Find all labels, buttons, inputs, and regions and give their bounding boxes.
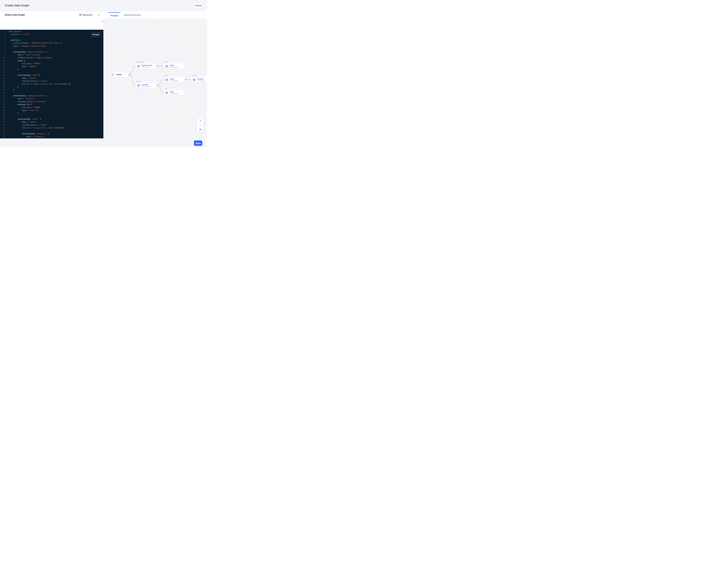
entity-title-link[interactable]: Cards xyxy=(170,65,178,66)
graph-canvas[interactable]: Profile Email AccountEmail Accounts1 dat… xyxy=(104,19,207,139)
code-line: 26 external_id { xyxy=(0,103,103,106)
page-title: Create Data Graph xyxy=(5,4,29,7)
entity-header: Email Account xyxy=(136,61,157,63)
code-line: 32 name = "Order" xyxy=(0,121,103,123)
entity-title-link[interactable]: Cards xyxy=(170,91,178,93)
entity-title-link[interactable]: Email Accounts xyxy=(142,65,152,66)
entity-consumer-count: 1 data consumer xyxy=(197,80,205,81)
collapse-panel-button[interactable]: « xyxy=(96,13,101,17)
entity-node-card-top[interactable]: CardCards1 data consumer xyxy=(164,61,185,69)
code-line: 37 name = "Products" xyxy=(0,135,103,138)
code-line: 5 profile_folder = "ENTITIES.ENTITY_E2E_… xyxy=(0,42,103,44)
profile-icon-tile xyxy=(110,72,115,77)
entity-node-email-account[interactable]: Email AccountEmail Accounts1 data consum… xyxy=(136,61,157,69)
code-editor[interactable]: 1data_graph {2 version = "v1.0.0"34 prof… xyxy=(0,30,103,147)
top-header: Create Data Graph Cancel xyxy=(0,0,207,11)
entity-header: Product xyxy=(191,75,207,77)
entity-title-link[interactable]: Accounts xyxy=(142,84,150,86)
zoom-in-button[interactable] xyxy=(199,120,202,123)
edge-account-to-order xyxy=(157,80,164,85)
code-line: 23 relationship "owned-accounts" { xyxy=(0,94,103,97)
code-line: 18 related_entity = "cards" xyxy=(0,80,103,83)
code-line: 25 related_entity = "accounts" xyxy=(0,100,103,103)
code-line: 28 type = "user_id" xyxy=(0,109,103,112)
code-line: 6 type = "segment:unmaterialized" xyxy=(0,45,103,47)
zoom-out-button[interactable] xyxy=(199,124,202,127)
code-line: 22 xyxy=(0,91,103,94)
code-line: 3 xyxy=(0,36,103,39)
left-subheader: Define Data Graph Resources « xyxy=(0,11,104,19)
profile-node[interactable]: Profile xyxy=(109,72,129,78)
table-icon xyxy=(165,91,169,94)
code-line: 13 name = "EMAIL" xyxy=(0,65,103,68)
entity-node-order[interactable]: OrderOrders1 data consumers xyxy=(164,75,185,83)
code-line: 15 xyxy=(0,71,103,74)
entity-consumer-count: 1 data consumers xyxy=(170,80,178,81)
resources-label: Resources xyxy=(83,14,93,16)
code-line: 16 relationship "card" { xyxy=(0,74,103,77)
entity-title-link[interactable]: Orders xyxy=(170,78,178,80)
entity-node-card-bottom[interactable]: CardCards1 data consumers xyxy=(164,87,185,96)
code-line: 20 } xyxy=(0,86,103,88)
code-line: 12 join_key = "EMAIL" xyxy=(0,62,103,65)
code-line: 14 } xyxy=(0,68,103,71)
save-button[interactable]: Save xyxy=(194,141,202,146)
create-data-graph-page: Create Data Graph Cancel Define Data Gra… xyxy=(0,0,207,147)
edge-profile-to-email-account xyxy=(129,66,136,75)
entity-node-account[interactable]: AccountAccounts2 data consumers xyxy=(136,80,157,88)
preview-panel: Preview Warehouse access Profile Email A… xyxy=(104,11,207,139)
table-icon xyxy=(192,78,196,82)
profile-node-label: Profile xyxy=(116,74,122,76)
connection-arrow xyxy=(186,79,186,80)
connection-arrow xyxy=(157,66,158,66)
format-button[interactable]: Format xyxy=(91,32,101,37)
code-line: 11 trait { xyxy=(0,59,103,62)
entity-header: Account xyxy=(136,80,157,83)
code-line: 17 name = "Card" xyxy=(0,77,103,80)
book-icon xyxy=(79,14,82,16)
code-line: 29 } xyxy=(0,112,103,115)
code-line: 33 related_entity = "order" xyxy=(0,124,103,126)
code-line: 7 xyxy=(0,47,103,50)
code-line: 24 name = "Account" xyxy=(0,97,103,100)
entity-consumer-count: 1 data consumers xyxy=(142,66,152,68)
tab-strip: Preview Warehouse access xyxy=(104,11,207,19)
code-line: 4 profile { xyxy=(0,39,103,42)
code-line: 19 join_on = "email-account.ID = card.AC… xyxy=(0,83,103,85)
table-icon xyxy=(165,78,169,82)
code-line: 10 related_entity = "email-account" xyxy=(0,56,103,59)
entity-title-link[interactable]: Products xyxy=(197,78,205,80)
edge-account-to-card-bottom xyxy=(157,85,164,93)
table-icon xyxy=(137,64,140,68)
edge-profile-to-account xyxy=(129,75,136,85)
code-line: 34 join_on = "account.ID = order.ACCOUNT… xyxy=(0,126,103,129)
divider-drag-handle[interactable] xyxy=(101,21,103,22)
cancel-button[interactable]: Cancel xyxy=(194,3,202,8)
entity-consumer-count: 1 data consumer xyxy=(170,66,178,68)
code-line: 36 relationship "products" { xyxy=(0,132,103,135)
fit-view-button[interactable] xyxy=(199,128,202,131)
entity-header: Order xyxy=(164,75,185,77)
code-line: 2 version = "v1.0.0" xyxy=(0,33,103,36)
entity-consumer-count: 2 data consumers xyxy=(142,86,150,87)
connection-arrow xyxy=(157,85,158,86)
code-line: 8 relationship "email-accounts" { xyxy=(0,50,103,54)
entity-node-product[interactable]: ProductProducts1 data consumer xyxy=(191,75,207,83)
code-line: 31 relationship "order" { xyxy=(0,118,103,121)
code-lines: 1data_graph {2 version = "v1.0.0"34 prof… xyxy=(0,30,103,147)
define-data-graph-panel: Define Data Graph Resources « 1data_grap… xyxy=(0,11,104,139)
code-line: 9 name = "Email Account" xyxy=(0,54,103,56)
resources-button[interactable]: Resources xyxy=(77,13,94,17)
code-line: 1data_graph { xyxy=(0,30,103,33)
panel-title: Define Data Graph xyxy=(5,14,25,16)
tab-preview[interactable]: Preview xyxy=(108,12,121,19)
tab-warehouse-access[interactable]: Warehouse access xyxy=(124,11,141,19)
entity-header: Card xyxy=(164,61,185,63)
zoom-controls xyxy=(197,118,204,133)
entity-header: Card xyxy=(164,87,185,90)
entity-consumer-count: 1 data consumers xyxy=(170,93,178,94)
person-icon xyxy=(111,73,114,76)
code-line: 27 join_key = "OWNER" xyxy=(0,106,103,109)
code-line: 35 xyxy=(0,129,103,132)
table-icon xyxy=(137,84,140,87)
